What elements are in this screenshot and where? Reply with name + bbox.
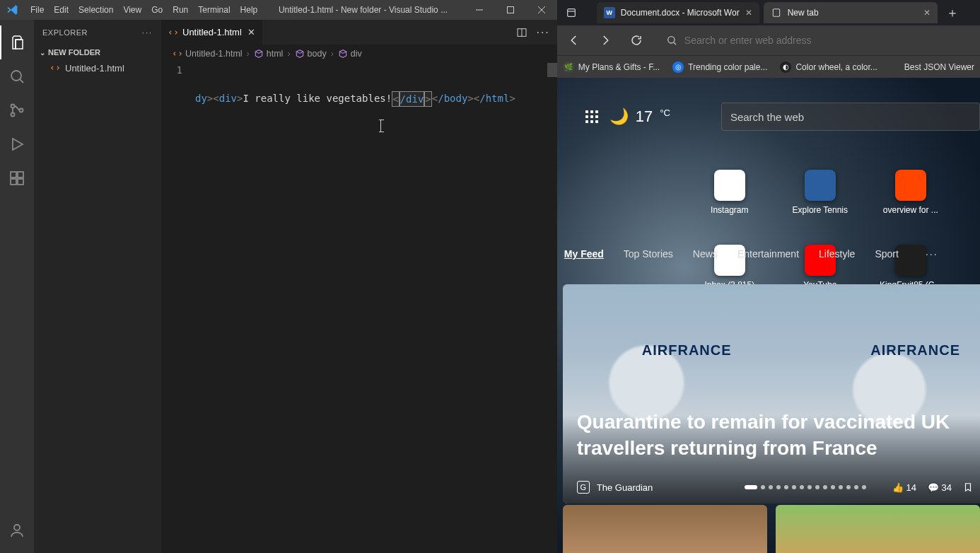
bookmark-item[interactable]: ◐Color wheel, a color... bbox=[780, 62, 877, 73]
menu-terminal[interactable]: Terminal bbox=[193, 5, 235, 15]
symbol-icon bbox=[338, 49, 348, 59]
menu-view[interactable]: View bbox=[118, 5, 146, 15]
refresh-button[interactable] bbox=[626, 30, 646, 50]
like-button[interactable]: 👍 14 bbox=[892, 482, 916, 493]
feed-tab[interactable]: Sport bbox=[875, 248, 898, 260]
comment-count: 34 bbox=[942, 482, 952, 493]
bookmark-item[interactable]: 🌿My Plans & Gifts - F... bbox=[563, 62, 660, 73]
search-web-input[interactable]: Search the web bbox=[721, 103, 980, 131]
carousel-dots[interactable] bbox=[745, 485, 866, 489]
new-tab-button[interactable]: ＋ bbox=[946, 4, 959, 21]
bookmark-icon[interactable] bbox=[963, 482, 973, 493]
menu-edit[interactable]: Edit bbox=[49, 5, 74, 15]
code-token: /div bbox=[399, 91, 425, 107]
quicklink[interactable]: KingFruit8 bbox=[973, 170, 980, 215]
extensions-icon[interactable] bbox=[0, 161, 34, 195]
code-token: dy bbox=[195, 91, 207, 107]
bookmark-label: My Plans & Gifts - F... bbox=[578, 62, 660, 72]
code-token: div bbox=[219, 91, 237, 107]
explorer-icon[interactable] bbox=[0, 25, 34, 59]
favicon-icon: ◎ bbox=[672, 62, 684, 73]
menu-go[interactable]: Go bbox=[146, 5, 168, 15]
code-editor[interactable]: dy><div>I really like vegetables!</div><… bbox=[195, 63, 547, 553]
bookmark-label: Best JSON Viewer bbox=[904, 62, 974, 72]
feed-tab[interactable]: News bbox=[693, 248, 718, 260]
close-tab-icon[interactable]: ✕ bbox=[247, 27, 255, 37]
editor-tab[interactable]: Untitled-1.html ✕ bbox=[161, 20, 263, 45]
minimap[interactable] bbox=[547, 63, 557, 553]
quicklink-icon bbox=[805, 170, 836, 201]
close-tab-icon[interactable]: ✕ bbox=[923, 8, 931, 18]
quicklink[interactable]: overview for ... bbox=[882, 170, 939, 215]
close-button[interactable] bbox=[526, 0, 557, 20]
accounts-icon[interactable] bbox=[0, 513, 34, 547]
feed-tab[interactable]: My Feed bbox=[564, 248, 604, 260]
plane-brand: AIRFRANCE bbox=[870, 342, 960, 359]
source-icon: G bbox=[577, 481, 590, 494]
browser-tab-word[interactable]: W Document.docx - Microsoft Wor ✕ bbox=[597, 2, 759, 23]
code-text: I really like vegetables! bbox=[243, 91, 392, 107]
forward-button[interactable] bbox=[595, 30, 615, 50]
favicon-icon: ◐ bbox=[780, 62, 791, 73]
maximize-button[interactable] bbox=[495, 0, 526, 20]
quicklink-icon bbox=[895, 170, 926, 201]
crumb-html: html bbox=[267, 49, 284, 59]
svg-rect-11 bbox=[567, 9, 575, 17]
bookmark-item[interactable]: ◎Trending color pale... bbox=[672, 62, 767, 73]
comment-button[interactable]: 💬 34 bbox=[928, 482, 952, 493]
editor-more-icon[interactable]: ··· bbox=[536, 26, 549, 39]
explorer-more-icon[interactable]: ··· bbox=[142, 28, 153, 37]
feed-tab[interactable]: Top Stories bbox=[624, 248, 673, 260]
bookmark-label: Trending color pale... bbox=[688, 62, 767, 72]
source-control-icon[interactable] bbox=[0, 93, 34, 127]
quicklink-label: overview for ... bbox=[879, 205, 943, 215]
svg-point-3 bbox=[11, 113, 15, 117]
svg-rect-6 bbox=[11, 179, 16, 185]
folder-name: NEW FOLDER bbox=[48, 48, 100, 57]
breadcrumbs[interactable]: Untitled-1.html › html › body › div bbox=[161, 45, 557, 63]
chevron-down-icon: ⌄ bbox=[40, 49, 45, 57]
minimize-button[interactable] bbox=[464, 0, 495, 20]
menu-run[interactable]: Run bbox=[168, 5, 193, 15]
quicklink[interactable]: Explore Tennis bbox=[792, 170, 848, 215]
weather-widget[interactable]: 🌙 17°C bbox=[609, 107, 670, 126]
feed-tab[interactable]: Entertainment bbox=[737, 248, 799, 260]
menu-file[interactable]: File bbox=[25, 5, 49, 15]
search-icon[interactable] bbox=[0, 59, 34, 93]
bookmark-item[interactable]: Best JSON Viewer bbox=[904, 62, 974, 72]
sidebar-file[interactable]: Untitled-1.html bbox=[34, 60, 161, 76]
tab-label: Document.docx - Microsoft Wor bbox=[621, 8, 740, 18]
feed-tabs: My FeedTop StoriesNewsEntertainmentLifes… bbox=[557, 241, 980, 267]
feed-more-icon[interactable]: ··· bbox=[926, 248, 938, 260]
apps-grid-icon[interactable] bbox=[585, 110, 598, 123]
crumb-div: div bbox=[351, 49, 362, 59]
feed-tab[interactable]: Lifestyle bbox=[819, 248, 855, 260]
symbol-icon bbox=[295, 49, 305, 59]
tab-label: New tab bbox=[788, 8, 819, 18]
bookmark-label: Color wheel, a color... bbox=[795, 62, 877, 72]
svg-point-2 bbox=[11, 105, 15, 108]
close-tab-icon[interactable]: ✕ bbox=[745, 8, 752, 18]
line-number: 1 bbox=[161, 63, 195, 553]
split-editor-icon[interactable] bbox=[516, 27, 527, 38]
address-input[interactable] bbox=[684, 35, 964, 46]
html-file-icon bbox=[168, 28, 178, 37]
menu-help[interactable]: Help bbox=[235, 5, 263, 15]
menu-selection[interactable]: Selection bbox=[74, 5, 118, 15]
back-button[interactable] bbox=[564, 30, 584, 50]
sidebar-folder[interactable]: ⌄ NEW FOLDER bbox=[34, 45, 161, 60]
tab-actions-icon[interactable] bbox=[561, 7, 581, 18]
run-debug-icon[interactable] bbox=[0, 127, 34, 161]
address-bar[interactable] bbox=[658, 29, 973, 52]
browser-content: 🌙 17°C Search the web InstagramExplore T… bbox=[557, 78, 980, 553]
browser-tab-newtab[interactable]: New tab ✕ bbox=[764, 2, 938, 23]
word-icon: W bbox=[604, 7, 615, 18]
quicklink[interactable]: Instagram bbox=[701, 170, 758, 215]
news-card[interactable]: AIRFRANCE AIRFRANCE Quarantine to remain… bbox=[563, 284, 980, 503]
news-card-small[interactable] bbox=[563, 505, 767, 553]
quicklink-label: Explore Tennis bbox=[788, 205, 852, 215]
text-cursor-icon bbox=[380, 120, 381, 132]
sidebar: EXPLORER ··· ⌄ NEW FOLDER Untitled-1.htm… bbox=[34, 20, 161, 553]
news-card-small[interactable] bbox=[776, 505, 980, 553]
like-count: 14 bbox=[906, 482, 916, 493]
